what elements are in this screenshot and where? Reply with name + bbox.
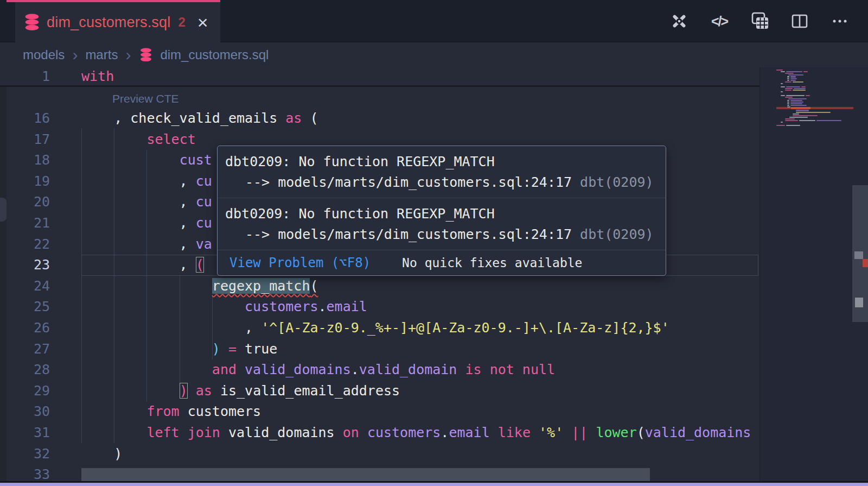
tab-dim-customers[interactable]: dim_customers.sql 2 × bbox=[15, 2, 220, 42]
minimap-line bbox=[787, 78, 789, 79]
code-icon[interactable]: </> bbox=[707, 9, 731, 33]
line-number: 17 bbox=[0, 129, 50, 150]
code-text: , va bbox=[50, 234, 212, 255]
code-text: left join valid_domains on customers.ema… bbox=[50, 422, 751, 444]
horizontal-scrollbar[interactable] bbox=[81, 468, 650, 482]
minimap-line bbox=[787, 103, 789, 104]
preview-table-icon[interactable] bbox=[748, 9, 771, 33]
line-number: 20 bbox=[0, 192, 50, 213]
sticky-code: with bbox=[50, 66, 114, 85]
code-text: ) as is_valid_email_address bbox=[50, 381, 400, 402]
minimap-line bbox=[785, 97, 793, 98]
minimap-line bbox=[816, 120, 841, 121]
minimap-line bbox=[776, 70, 783, 71]
code-editor[interactable]: 1 with Preview CTE 16 , check_valid_emai… bbox=[0, 67, 868, 486]
minimap-line bbox=[781, 91, 783, 92]
overview-mark bbox=[854, 251, 863, 259]
line-number: 23 bbox=[0, 255, 50, 276]
code-text: from customers bbox=[50, 401, 261, 422]
minimap-line bbox=[806, 95, 810, 96]
code-line-25[interactable]: 25 customers.email bbox=[0, 296, 760, 318]
code-text: , cu bbox=[50, 171, 212, 192]
code-text: customers.email bbox=[50, 296, 367, 318]
minimap-line bbox=[781, 95, 785, 96]
minimap[interactable] bbox=[760, 67, 868, 486]
code-line-28[interactable]: 28 and valid_domains.valid_domain is not… bbox=[0, 359, 760, 381]
view-problem-link[interactable]: View Problem (⌥F8) bbox=[229, 255, 371, 270]
diagnostic-message: dbt0209: No function REGEXP_MATCH --> mo… bbox=[218, 146, 666, 198]
minimap-line bbox=[801, 86, 806, 87]
breadcrumb-file[interactable]: dim_customers.sql bbox=[160, 47, 269, 62]
line-number: 32 bbox=[0, 444, 50, 465]
minimap-line bbox=[790, 102, 803, 103]
breadcrumb-models[interactable]: models bbox=[23, 47, 65, 62]
minimap-line bbox=[796, 112, 831, 113]
line-number: 18 bbox=[0, 150, 50, 171]
line-number: 1 bbox=[0, 66, 50, 85]
sticky-scroll-line[interactable]: 1 with bbox=[0, 66, 760, 87]
line-number: 31 bbox=[0, 422, 50, 444]
minimap-line bbox=[793, 115, 818, 116]
code-text: , ( bbox=[50, 255, 204, 276]
minimap-line bbox=[785, 88, 793, 89]
code-line-31[interactable]: 31 left join valid_domains on customers.… bbox=[0, 422, 760, 444]
minimap-line bbox=[794, 88, 806, 89]
code-text: , cu bbox=[50, 192, 212, 213]
code-line-26[interactable]: 26 , '^[A-Za-z0-9._%+-]+@[A-Za-z0-9.-]+\… bbox=[0, 318, 760, 339]
code-text: ) = true bbox=[50, 339, 277, 360]
code-text: regexp_match( bbox=[50, 276, 318, 297]
minimap-line bbox=[786, 71, 802, 72]
no-quick-fixes-label: No quick fixes available bbox=[402, 256, 582, 270]
close-icon[interactable]: × bbox=[197, 14, 208, 30]
minimap-error-highlight bbox=[791, 107, 810, 109]
tab-problem-count: 2 bbox=[178, 15, 185, 30]
diagnostic-source: dbt(0209) bbox=[580, 226, 653, 242]
chevron-right-icon: › bbox=[71, 48, 79, 61]
minimap-line bbox=[790, 103, 802, 104]
chevron-right-icon: › bbox=[124, 48, 132, 61]
code-line-29[interactable]: 29 ) as is_valid_email_address bbox=[0, 381, 760, 402]
breadcrumb-marts[interactable]: marts bbox=[85, 47, 118, 62]
minimap-line bbox=[787, 102, 789, 103]
line-number: 25 bbox=[0, 296, 50, 318]
hover-actions: View Problem (⌥F8) No quick fixes availa… bbox=[218, 250, 666, 275]
minimap-line bbox=[787, 80, 789, 81]
minimap-line bbox=[786, 86, 800, 87]
code-lens-preview-cte[interactable]: Preview CTE bbox=[112, 92, 179, 105]
minimap-line bbox=[785, 118, 795, 119]
code-text: cust bbox=[50, 150, 212, 171]
minimap-line bbox=[793, 90, 806, 91]
minimap-line bbox=[785, 90, 792, 91]
minimap-line bbox=[796, 110, 809, 111]
minimap-line bbox=[799, 120, 815, 121]
line-number: 19 bbox=[0, 171, 50, 192]
minimap-line bbox=[787, 105, 789, 106]
line-number: 28 bbox=[0, 359, 50, 381]
code-line-24[interactable]: 24 regexp_match( bbox=[0, 276, 760, 297]
minimap-line bbox=[788, 98, 807, 99]
more-actions-icon[interactable] bbox=[828, 9, 852, 33]
database-icon bbox=[24, 14, 40, 31]
editor-window: dim_customers.sql 2 × </> bbox=[0, 0, 868, 486]
line-number: 24 bbox=[0, 276, 50, 297]
overview-mark bbox=[855, 298, 863, 307]
line-number: 21 bbox=[0, 213, 50, 234]
minimap-line bbox=[787, 100, 789, 101]
split-editor-icon[interactable] bbox=[788, 9, 812, 33]
line-number: 16 bbox=[0, 108, 50, 129]
code-line-32[interactable]: 32 ) bbox=[0, 444, 760, 465]
code-text: , cu bbox=[50, 213, 212, 234]
database-icon bbox=[139, 48, 152, 62]
code-line-27[interactable]: 27 ) = true bbox=[0, 339, 760, 360]
overview-error-mark bbox=[863, 259, 868, 267]
code-text: and valid_domains.valid_domain is not nu… bbox=[50, 359, 555, 381]
minimap-line bbox=[790, 78, 797, 79]
dbt-icon[interactable] bbox=[667, 9, 691, 33]
minimap-line bbox=[781, 86, 785, 87]
line-number: 22 bbox=[0, 234, 50, 255]
line-number: 26 bbox=[0, 318, 50, 339]
code-line-16[interactable]: 16 , check_valid_emails as ( bbox=[0, 108, 760, 129]
minimap-line bbox=[785, 120, 798, 121]
code-line-30[interactable]: 30 from customers bbox=[0, 401, 760, 422]
minimap-line bbox=[785, 81, 792, 83]
